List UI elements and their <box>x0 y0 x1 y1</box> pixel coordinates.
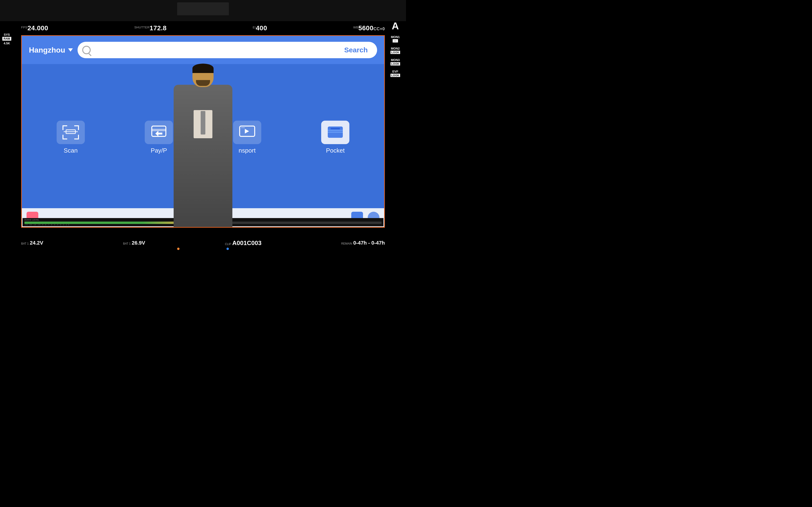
bat2-label: BAT 1 <box>123 242 131 245</box>
scan-label: Scan <box>64 147 78 154</box>
mon3-label: MON3 <box>391 58 400 62</box>
mon1-label: MON1 <box>391 35 400 39</box>
led-blue <box>226 247 229 250</box>
bat1-value: 24.2V <box>30 240 44 246</box>
raw-badge: RAW <box>2 37 11 41</box>
fps-label: FPS <box>21 25 28 29</box>
wb-suffix: CC+0 <box>373 26 385 31</box>
search-icon <box>82 46 91 54</box>
person-figure <box>168 49 238 227</box>
svg-rect-7 <box>78 135 79 139</box>
shutter-display: SHUTTER172.8 <box>135 24 166 32</box>
left-sidebar: SYS RAW 4.5K <box>2 33 11 45</box>
head <box>192 64 214 87</box>
chevron-down-icon <box>68 48 73 52</box>
camera-top <box>0 0 406 21</box>
evf-label: EVF <box>392 70 398 73</box>
clip-value: A001C003 <box>233 239 261 246</box>
location-selector[interactable]: Hangzhou <box>29 46 73 54</box>
bat1-label: BAT 1 <box>21 242 29 245</box>
shutter-label: SHUTTER <box>135 25 150 29</box>
resolution-label: 4.5K <box>4 42 10 45</box>
ei-label: EI <box>253 25 256 29</box>
hud-top: FPS24.000 SHUTTER172.8 EI400 WB5600CC+0 <box>21 21 385 35</box>
svg-rect-15 <box>328 130 343 131</box>
pocket-icon-item[interactable]: Pocket <box>291 121 380 154</box>
led-dots <box>177 247 229 250</box>
fps-display: FPS24.000 <box>21 24 48 32</box>
channel-badge: A <box>392 21 399 31</box>
wb-label: WB <box>353 25 358 29</box>
mon1-monitor: MON1 — <box>391 35 400 43</box>
mon1-sub: — <box>393 39 398 43</box>
wb-display: WB5600CC+0 <box>353 24 385 32</box>
mon2-monitor: MON2 LOOK <box>391 47 400 54</box>
ei-display: EI400 <box>253 24 267 32</box>
person-overlay <box>163 36 243 227</box>
svg-rect-1 <box>62 125 63 130</box>
bat2-display: BAT 1 26.9V <box>123 240 145 246</box>
evf-monitor: EVF LOOK <box>391 70 400 77</box>
svg-rect-5 <box>62 135 63 139</box>
pocket-icon-box <box>321 121 349 144</box>
svg-rect-16 <box>328 132 343 133</box>
bat2-value: 26.9V <box>132 240 145 246</box>
camera-top-mount <box>177 2 229 15</box>
ei-value: 400 <box>256 24 267 32</box>
search-button[interactable]: Search <box>340 46 372 54</box>
svg-rect-3 <box>78 125 79 130</box>
scan-icon-box <box>57 121 85 144</box>
mon3-sub: LOOK <box>391 62 400 65</box>
wb-value: 5600 <box>358 24 373 32</box>
clip-label: CLIP <box>225 242 231 246</box>
remain-display: REMAIN 0-47h - 0-47h <box>341 240 385 246</box>
bat1-display: BAT 1 24.2V <box>21 240 43 246</box>
pocket-label: Pocket <box>326 147 345 154</box>
scan-icon <box>61 124 80 140</box>
pocket-icon <box>326 124 345 140</box>
clip-display: CLIP A001C003 <box>225 239 261 247</box>
shutter-value: 172.8 <box>150 24 167 32</box>
app-ui: Hangzhou Search <box>22 36 384 227</box>
scan-icon-item[interactable]: Scan <box>27 121 115 154</box>
remain-value: 0-47h - 0-47h <box>353 240 385 246</box>
mon2-sub: LOOK <box>391 51 400 54</box>
hud-bottom: BAT 1 24.2V BAT 1 26.9V CLIP A001C003 RE… <box>21 237 385 249</box>
right-sidebar: A MON1 — MON2 LOOK MON3 LOOK EVF LOOK <box>387 21 404 77</box>
location-text: Hangzhou <box>29 46 65 54</box>
hair <box>192 64 214 73</box>
mon3-monitor: MON3 LOOK <box>391 58 400 65</box>
suit-body <box>173 85 233 227</box>
viewfinder: Hangzhou Search <box>21 35 385 228</box>
sys-label: SYS <box>4 33 10 36</box>
evf-sub: LOOK <box>391 74 400 77</box>
mon2-label: MON2 <box>391 47 400 50</box>
fps-value: 24.000 <box>28 24 48 32</box>
svg-rect-17 <box>331 128 340 129</box>
beard <box>196 80 210 86</box>
led-orange <box>177 247 180 250</box>
remain-label: REMAIN <box>341 242 352 245</box>
tie <box>201 111 205 134</box>
